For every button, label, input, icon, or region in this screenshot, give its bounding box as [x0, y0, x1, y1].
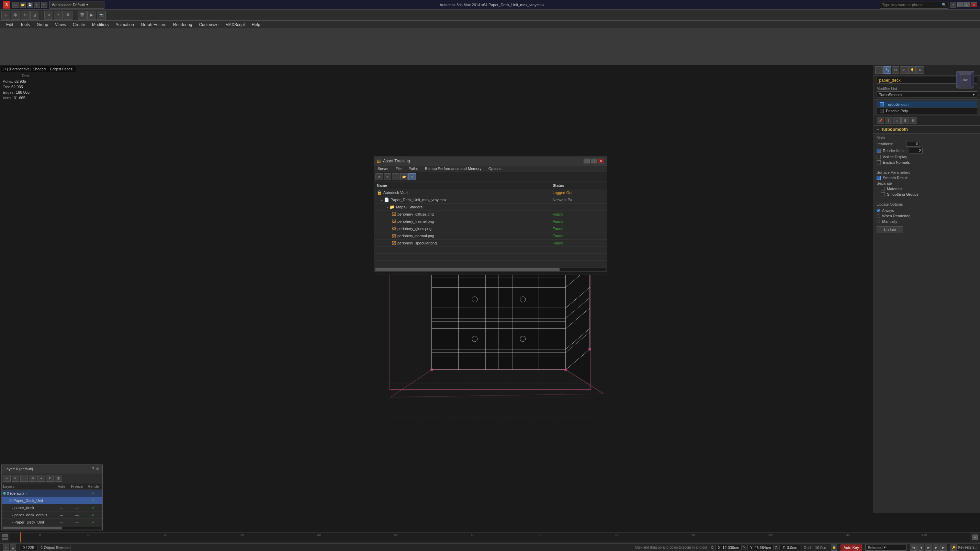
- asset-row-fresnel[interactable]: 🖼 periphery_fresnel.png Found: [374, 218, 607, 225]
- search-input[interactable]: [882, 3, 942, 7]
- timeline-playhead[interactable]: [20, 532, 21, 542]
- motion-panel-icon[interactable]: ⟳: [900, 66, 907, 74]
- timeline-left-btn2[interactable]: [2, 538, 8, 540]
- asset-remove-btn[interactable]: ─: [392, 173, 399, 180]
- menu-help[interactable]: Help: [248, 21, 264, 29]
- iterations-input[interactable]: [906, 141, 920, 146]
- menu-application[interactable]: □ 📂 💾 ↩ ↪: [13, 2, 48, 8]
- asset-row-diffuse[interactable]: 🖼 periphery_diffuse.png Found: [374, 211, 607, 218]
- asset-row-specular[interactable]: 🖼 periphery_specular.png Found: [374, 240, 607, 247]
- create-panel-icon[interactable]: ⬡: [875, 66, 883, 74]
- asset-scrollbar[interactable]: [375, 268, 606, 271]
- materials-checkbox[interactable]: [881, 187, 885, 191]
- layer-delete-btn[interactable]: ✕: [12, 475, 19, 482]
- explicit-normals-checkbox[interactable]: [877, 160, 881, 164]
- selected-dropdown[interactable]: Selected ▾: [865, 544, 907, 551]
- snap-btn[interactable]: ⊕: [44, 11, 53, 19]
- collapse-btn[interactable]: ⊞: [910, 117, 917, 124]
- layer-hide-details[interactable]: —: [55, 513, 68, 517]
- status-icon-1[interactable]: ⊹: [3, 545, 9, 551]
- new-btn[interactable]: □: [13, 2, 19, 8]
- asset-view-btn[interactable]: ≡: [409, 173, 416, 180]
- key-filter-btn[interactable]: 🔑: [950, 545, 957, 551]
- prev-frame-btn[interactable]: ◀: [918, 545, 924, 551]
- menu-customize[interactable]: Customize: [196, 21, 222, 29]
- remove-mod-btn[interactable]: 🗑: [901, 117, 909, 124]
- layer-trash-btn[interactable]: 🗑: [55, 475, 62, 482]
- asset-add-btn[interactable]: +: [384, 173, 391, 180]
- asset-row-gloss[interactable]: 🖼 periphery_gloss.png Found: [374, 225, 607, 232]
- display-panel-icon[interactable]: 💡: [908, 66, 916, 74]
- always-radio[interactable]: [877, 209, 880, 212]
- asset-refresh-btn[interactable]: ⟳: [375, 173, 383, 180]
- autokey-btn[interactable]: Auto Key: [840, 545, 862, 551]
- isoline-checkbox[interactable]: [877, 155, 881, 159]
- workspace-dropdown[interactable]: Workspace: Default ▾: [49, 1, 104, 9]
- layer-freeze-details[interactable]: —: [68, 513, 86, 517]
- layer-row-paper-deck-details[interactable]: ▸ paper_deck_details — — ✓: [2, 511, 102, 519]
- scale-tool[interactable]: ⊿: [30, 11, 39, 19]
- smooth-result-checkbox[interactable]: ✓: [877, 176, 881, 180]
- layers-scroll-thumb[interactable]: [3, 527, 62, 529]
- menu-views[interactable]: Views: [51, 21, 69, 29]
- layer-move-up-btn[interactable]: ▲: [37, 475, 45, 482]
- y-coord[interactable]: Y: 45.684cm: [748, 545, 773, 550]
- menu-create[interactable]: Create: [69, 21, 89, 29]
- layer-hide-default[interactable]: —: [55, 492, 68, 495]
- z-coord[interactable]: Z: 0.0cm: [780, 545, 800, 550]
- menu-maxscript[interactable]: MAXScript: [222, 21, 248, 29]
- asset-row-maxfile[interactable]: ▸ 📄 Paper_Deck_Unit_max_vray.max Network…: [374, 196, 607, 203]
- turbosmooth-section-header[interactable]: ─ TurboSmooth: [874, 125, 980, 133]
- app-icon[interactable]: 3: [3, 1, 10, 9]
- layer-move-down-btn[interactable]: ▼: [46, 475, 54, 482]
- manually-radio[interactable]: [877, 220, 880, 223]
- modifier-checkbox-editablepoly[interactable]: [880, 109, 884, 113]
- go-end-btn[interactable]: ▶|: [940, 545, 947, 551]
- update-btn[interactable]: Update: [877, 226, 903, 233]
- render-btn[interactable]: ▶: [87, 11, 96, 19]
- layer-freeze-paper-deck[interactable]: —: [68, 506, 86, 510]
- asset-close-btn[interactable]: ✕: [598, 159, 604, 164]
- hierarchy-panel-icon[interactable]: ☊: [892, 66, 899, 74]
- render-frame-btn[interactable]: 📷: [97, 11, 106, 19]
- layer-hide-paper-deck[interactable]: —: [55, 506, 68, 510]
- timeline-right-btn[interactable]: ▸: [972, 535, 978, 540]
- menu-group[interactable]: Group: [33, 21, 51, 29]
- timeline-left-btn1[interactable]: [2, 534, 8, 537]
- redo-btn[interactable]: ↪: [41, 2, 48, 8]
- menu-edit[interactable]: Edit: [3, 21, 17, 29]
- menu-modifiers[interactable]: Modifiers: [89, 21, 112, 29]
- layer-hide-1[interactable]: —: [55, 499, 68, 503]
- layer-row-default[interactable]: 0 (default) ✓ — — ✓: [2, 490, 102, 497]
- move-tool[interactable]: ✥: [11, 11, 20, 19]
- asset-row-normal[interactable]: 🖼 periphery_normal.png Found: [374, 232, 607, 240]
- asset-maximize-btn[interactable]: □: [591, 159, 597, 164]
- menu-tools[interactable]: Tools: [17, 21, 33, 29]
- asset-row-vault[interactable]: 🔒 Autodesk Vault Logged Out: [374, 189, 607, 196]
- when-rendering-radio[interactable]: [877, 214, 880, 218]
- layer-freeze-unit-2[interactable]: —: [68, 521, 86, 524]
- layer-row-paper-deck[interactable]: ▸ paper_deck — — ✓: [2, 504, 102, 511]
- close-btn[interactable]: ✕: [971, 2, 977, 7]
- render-iters-input[interactable]: [909, 148, 923, 154]
- nav-cube[interactable]: TOP: [953, 68, 977, 92]
- layer-row-paper-deck-unit-1[interactable]: Paper_Deck_Unit — — ✓: [2, 497, 102, 504]
- asset-menu-paths[interactable]: Paths: [405, 165, 422, 171]
- frame-counter[interactable]: 0 / 225: [19, 545, 37, 550]
- layer-freeze-1[interactable]: —: [68, 499, 86, 503]
- angle-snap-btn[interactable]: ∠: [54, 11, 63, 19]
- menu-rendering[interactable]: Rendering: [170, 21, 196, 29]
- maximize-btn[interactable]: □: [964, 2, 970, 7]
- menu-graph-editors[interactable]: Graph Editors: [137, 21, 170, 29]
- asset-browse-btn[interactable]: 📂: [400, 173, 408, 180]
- utility-panel-icon[interactable]: ⚙: [916, 66, 924, 74]
- layer-new-btn[interactable]: +: [20, 475, 28, 482]
- modifier-checkbox-turbosmooth[interactable]: [880, 102, 884, 106]
- open-btn[interactable]: 📂: [19, 2, 26, 8]
- render-iters-checkbox[interactable]: ✓: [877, 149, 881, 153]
- pin-stack-btn[interactable]: 📌: [877, 117, 884, 124]
- layer-settings-btn[interactable]: ⚙: [29, 475, 37, 482]
- viewport[interactable]: [+] [Perspective] [Shaded + Edged Faces]…: [0, 65, 980, 551]
- menu-animation[interactable]: Animation: [112, 21, 137, 29]
- smoothing-groups-checkbox[interactable]: [881, 192, 885, 196]
